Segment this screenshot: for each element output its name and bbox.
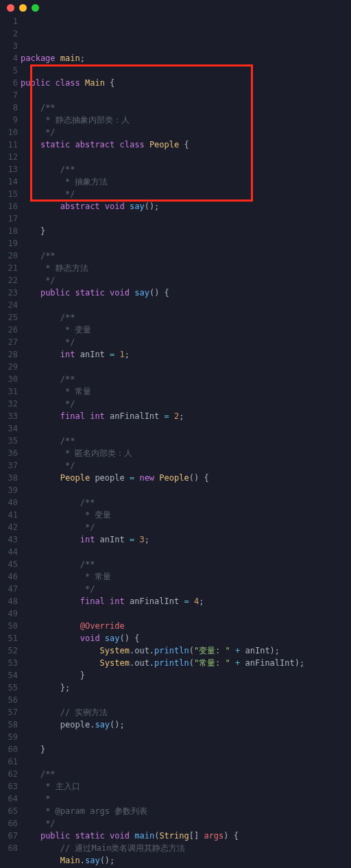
line-number: 67 — [0, 830, 18, 842]
line-number: 5 — [0, 64, 18, 77]
token-cmt: */ — [40, 276, 56, 285]
line-number: 58 — [0, 719, 18, 731]
token-pun — [21, 621, 80, 631]
line-number: 37 — [0, 459, 18, 472]
token-kw: void — [110, 288, 130, 298]
code-line — [21, 299, 351, 311]
token-pun: ; — [80, 53, 85, 63]
code-line: */ — [21, 817, 351, 830]
token-fn: say — [85, 856, 100, 865]
window-zoom-icon[interactable] — [32, 4, 39, 12]
line-number: 34 — [0, 422, 18, 435]
token-pun — [169, 411, 174, 421]
token-pun: anFinalInt); — [240, 658, 304, 668]
token-cmt: */ — [80, 584, 95, 594]
token-cmt: /** — [40, 769, 56, 779]
code-line: /** — [21, 373, 351, 385]
code-line — [21, 361, 351, 373]
token-pun — [21, 806, 40, 816]
line-number: 43 — [0, 533, 18, 546]
line-number: 11 — [0, 138, 18, 151]
code-line: * 主入口 — [21, 780, 351, 793]
token-pun: anFinalInt — [105, 411, 165, 421]
code-line: final int anFinalInt = 2; — [21, 410, 351, 422]
token-fn: say — [105, 634, 120, 643]
window-minimize-icon[interactable] — [19, 4, 27, 12]
line-number: 47 — [0, 583, 18, 595]
code-line: */ — [21, 126, 351, 138]
token-kw: class — [120, 140, 145, 149]
code-line: // 通过Main类名调用其静态方法 — [21, 842, 351, 854]
line-number: 27 — [0, 336, 18, 348]
code-line — [21, 213, 351, 225]
code-line: static abstract class People { — [21, 138, 351, 151]
code-line: package main; — [21, 52, 351, 64]
token-kw: public — [40, 288, 70, 298]
token-pun — [21, 769, 40, 779]
token-pun — [114, 350, 119, 359]
code-line: */ — [21, 583, 351, 595]
token-pun: anFinalInt — [125, 596, 184, 606]
line-number: 64 — [0, 793, 18, 805]
code-line: People people = new People() { — [21, 472, 351, 484]
token-pun — [21, 843, 60, 853]
token-pun — [21, 387, 60, 396]
token-pun: . — [80, 856, 85, 865]
line-number: 40 — [0, 496, 18, 509]
token-pun — [21, 658, 100, 668]
window-close-icon[interactable] — [7, 4, 14, 12]
token-kw: static — [40, 140, 70, 149]
token-pun — [21, 337, 60, 347]
token-cls: Main — [85, 78, 105, 88]
line-number: 8 — [0, 101, 18, 114]
token-id: args — [204, 831, 223, 841]
token-pun: ( — [189, 646, 194, 655]
line-number: 20 — [0, 250, 18, 262]
token-fn: println — [154, 646, 189, 655]
line-number: 49 — [0, 607, 18, 620]
token-cmt: /** — [60, 436, 75, 446]
code-line: * 变量 — [21, 509, 351, 521]
token-fn: main — [134, 831, 154, 841]
code-line — [21, 89, 351, 101]
token-pun: } — [21, 226, 45, 236]
code-line: * 抽象方法 — [21, 176, 351, 188]
token-kw: int — [110, 596, 125, 606]
token-cmt: * 主入口 — [40, 782, 80, 791]
line-number: 66 — [0, 817, 18, 830]
code-line: /** — [21, 768, 351, 780]
line-number: 17 — [0, 213, 18, 225]
token-pun — [21, 831, 40, 841]
line-number: 53 — [0, 657, 18, 669]
code-line: public static void say() { — [21, 287, 351, 299]
code-line: /** — [21, 311, 351, 324]
token-pun — [21, 288, 40, 298]
token-pun — [21, 596, 80, 606]
token-kw: class — [56, 78, 80, 88]
token-pun: { — [105, 78, 114, 88]
code-line: people.say(); — [21, 719, 351, 731]
code-area[interactable]: package main;public class Main { /** * 静… — [21, 15, 351, 868]
token-kw: void — [110, 831, 130, 841]
line-number: 7 — [0, 89, 18, 101]
token-pun: [] — [189, 831, 204, 841]
token-cls: System — [100, 658, 130, 668]
editor: 1234567891011121314151617181920212223242… — [0, 15, 351, 868]
token-str: "常量: " — [194, 658, 230, 668]
line-number: 33 — [0, 410, 18, 422]
token-cmt: /** — [60, 374, 75, 384]
token-pun — [21, 782, 40, 791]
line-number: 3 — [0, 40, 18, 52]
code-line: * 常量 — [21, 570, 351, 583]
code-line: System.out.println("变量: " + anInt); — [21, 644, 351, 657]
token-pun — [21, 325, 60, 335]
token-pun: people. — [21, 720, 95, 730]
line-number: 31 — [0, 385, 18, 398]
token-num: 3 — [139, 535, 144, 544]
token-pun — [80, 78, 85, 88]
token-pun — [21, 276, 40, 285]
token-pun — [21, 411, 60, 421]
token-pun — [21, 115, 40, 125]
token-pun — [21, 165, 60, 174]
token-cmt: */ — [60, 399, 75, 409]
